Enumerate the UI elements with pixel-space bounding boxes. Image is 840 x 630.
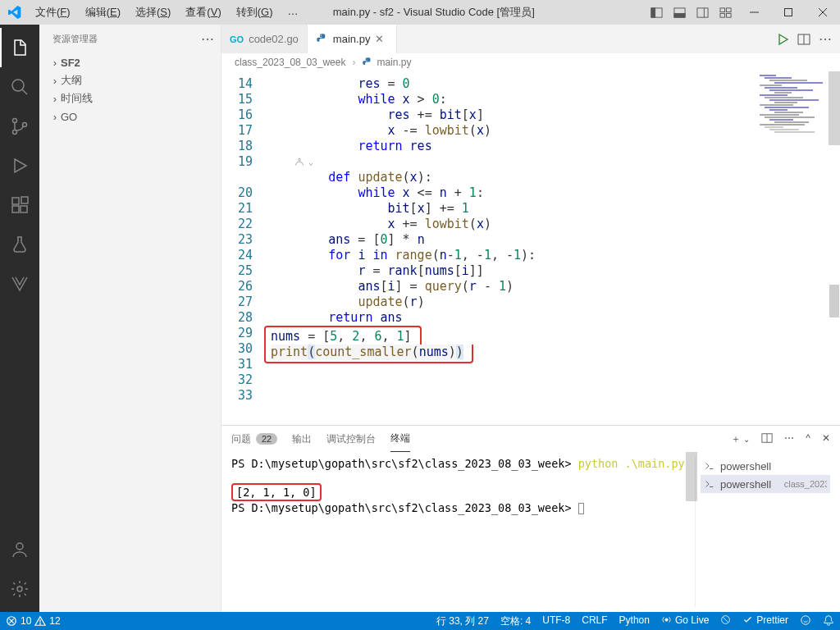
code-line[interactable]: res += bit[x] — [269, 107, 840, 123]
maximize-button[interactable] — [771, 1, 806, 24]
editor-more-icon[interactable]: ⋯ — [819, 31, 832, 47]
panel-tab-debug[interactable]: 调试控制台 — [326, 426, 376, 452]
status-language[interactable]: Python — [614, 614, 655, 626]
svg-point-28 — [299, 158, 301, 161]
panel-maximize-icon[interactable]: ^ — [806, 432, 810, 446]
search-icon[interactable] — [0, 67, 39, 107]
account-icon[interactable] — [0, 530, 39, 569]
status-ln-col[interactable]: 行 33, 列 27 — [431, 614, 495, 628]
codelens-hint[interactable]: ⌄ — [269, 154, 840, 170]
run-icon[interactable] — [776, 33, 789, 46]
svg-point-18 — [23, 123, 27, 127]
layout-toggle-icon[interactable] — [645, 1, 668, 24]
code-line[interactable]: while x <= n + 1: — [269, 185, 840, 201]
status-formatting[interactable] — [714, 614, 737, 625]
panel-close-icon[interactable]: ✕ — [822, 432, 830, 446]
sidebar-section-go[interactable]: ›GO — [39, 107, 221, 126]
menu-file[interactable]: 文件(F) — [29, 2, 77, 22]
menu-bar: 文件(F) 编辑(E) 选择(S) 查看(V) 转到(G) … — [29, 2, 305, 22]
close-tab-icon[interactable]: ✕ — [375, 33, 388, 45]
code-line[interactable]: nums = [5, 2, 6, 1] — [269, 326, 840, 345]
highlighted-code-block[interactable]: print(count_smaller(nums)) — [269, 345, 840, 363]
svg-rect-3 — [673, 13, 684, 17]
svg-line-15 — [22, 89, 27, 94]
sidebar-section-timeline[interactable]: ›时间线 — [39, 89, 221, 107]
titlebar: 文件(F) 编辑(E) 选择(S) 查看(V) 转到(G) … main.py … — [0, 0, 840, 25]
extensions-icon[interactable] — [0, 185, 39, 225]
code-line[interactable]: def update(x): — [269, 170, 840, 185]
status-go-live[interactable]: Go Live — [655, 614, 714, 626]
code-line[interactable]: r = rank[nums[i]] — [269, 263, 840, 279]
layout-custom-icon[interactable] — [714, 1, 737, 24]
panel-new-icon[interactable]: ＋ ⌄ — [731, 432, 750, 446]
status-encoding[interactable]: UTF-8 — [536, 614, 576, 626]
menu-go[interactable]: 转到(G) — [230, 2, 280, 22]
sidebar-more-icon[interactable]: ⋯ — [201, 31, 214, 47]
status-prettier[interactable]: Prettier — [737, 614, 794, 626]
status-notifications-icon[interactable] — [817, 614, 840, 626]
tab-main-py[interactable]: main.py ✕ — [308, 25, 398, 53]
status-feedback-icon[interactable] — [794, 614, 817, 626]
panel-more-icon[interactable]: ⋯ — [784, 432, 794, 446]
svg-rect-19 — [12, 198, 19, 204]
run-debug-icon[interactable] — [0, 146, 39, 185]
source-control-icon[interactable] — [0, 107, 39, 146]
code-editor[interactable]: 1415161718192021222324252627282930313233… — [221, 71, 840, 425]
menu-more[interactable]: … — [281, 2, 305, 22]
vscode-logo — [0, 6, 29, 19]
panel-tab-problems[interactable]: 问题 22 — [231, 426, 277, 452]
sidebar-section-outline[interactable]: ›大纲 — [39, 71, 221, 89]
editor-scrollbar-thumb[interactable] — [829, 71, 840, 145]
terminal-item[interactable]: powershell — [701, 457, 830, 475]
terminal-item[interactable]: powershell class_2023_08_03_week — [701, 475, 830, 493]
terminal-output[interactable]: PS D:\mysetup\gopath\src\sf2\class_2023_… — [231, 457, 695, 607]
testing-icon[interactable] — [0, 225, 39, 264]
svg-rect-11 — [784, 8, 792, 16]
code-line[interactable]: ans = [0] * n — [269, 232, 840, 248]
explorer-icon[interactable] — [0, 28, 39, 67]
svg-line-38 — [724, 617, 729, 623]
menu-view[interactable]: 查看(V) — [179, 2, 227, 22]
split-editor-icon[interactable] — [797, 33, 810, 46]
settings-gear-icon[interactable] — [0, 569, 39, 609]
sidebar-title: 资源管理器 — [52, 33, 98, 45]
status-errors[interactable]: 10 12 — [0, 612, 66, 630]
line-gutter: 1415161718192021222324252627282930313233 — [221, 71, 269, 425]
terminal-scrollbar-thumb[interactable] — [686, 452, 697, 501]
svg-rect-7 — [726, 7, 731, 11]
status-eol[interactable]: CRLF — [576, 614, 613, 626]
panel-tab-terminal[interactable]: 终端 — [390, 426, 410, 452]
svg-point-17 — [13, 130, 17, 135]
editor-scrollbar[interactable] — [829, 71, 840, 425]
sidebar: 资源管理器 ⋯ ›SF2 ›大纲 ›时间线 ›GO — [39, 25, 221, 612]
vue-icon[interactable] — [0, 264, 39, 304]
code-line[interactable]: bit[x] += 1 — [269, 201, 840, 217]
panel-tab-output[interactable]: 输出 — [292, 426, 312, 452]
code-line[interactable]: update(r) — [269, 294, 840, 310]
svg-point-36 — [665, 619, 668, 621]
code-line[interactable]: res = 0 — [269, 76, 840, 92]
code-line[interactable]: return ans — [269, 310, 840, 326]
editor-tabs: GO code02.go main.py ✕ ⋯ — [221, 25, 840, 53]
status-spaces[interactable]: 空格: 4 — [495, 614, 536, 628]
code-line[interactable]: return res — [269, 139, 840, 154]
sidebar-section-sf2[interactable]: ›SF2 — [39, 53, 221, 71]
panel-split-icon[interactable] — [761, 432, 773, 446]
layout-side-icon[interactable] — [691, 1, 714, 24]
tab-code02-go[interactable]: GO code02.go — [221, 25, 308, 53]
code-line[interactable]: x -= lowbit(x) — [269, 123, 840, 139]
code-line[interactable]: while x > 0: — [269, 92, 840, 107]
minimize-button[interactable] — [737, 1, 771, 24]
highlighted-output: [2, 1, 1, 0] — [231, 483, 322, 501]
code-line[interactable]: x += lowbit(x) — [269, 217, 840, 232]
editor-scroll-region-mark — [829, 285, 839, 317]
close-button[interactable] — [806, 1, 840, 24]
svg-rect-22 — [21, 197, 28, 203]
activity-bar — [0, 25, 39, 612]
menu-select[interactable]: 选择(S) — [129, 2, 177, 22]
code-line[interactable]: for i in range(n-1, -1, -1): — [269, 248, 840, 263]
breadcrumb[interactable]: class_2023_08_03_week › main.py — [221, 53, 840, 71]
code-line[interactable]: ans[i] = query(r - 1) — [269, 279, 840, 294]
menu-edit[interactable]: 编辑(E) — [79, 2, 127, 22]
layout-panel-icon[interactable] — [668, 1, 691, 24]
